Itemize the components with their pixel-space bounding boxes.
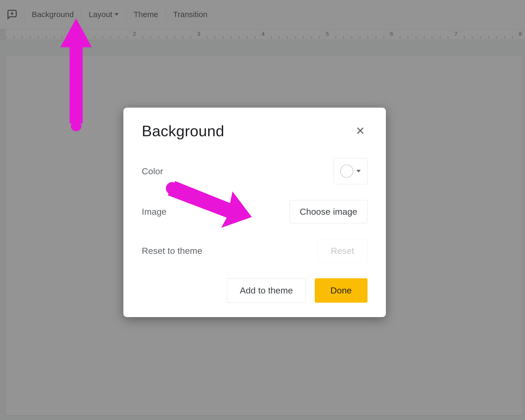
close-button[interactable]: ✕: [353, 124, 368, 138]
button-label: Add to theme: [240, 285, 293, 295]
background-dialog: Background ✕ Color Image Choose image Re…: [123, 108, 386, 317]
reset-button[interactable]: Reset: [317, 239, 368, 262]
chevron-down-icon: [356, 170, 361, 172]
reset-row-label: Reset to theme: [142, 246, 202, 256]
color-row-label: Color: [142, 166, 163, 176]
image-row-label: Image: [142, 207, 167, 217]
color-swatch-icon: [340, 165, 353, 178]
close-icon: ✕: [356, 125, 365, 137]
color-picker-button[interactable]: [333, 158, 368, 184]
done-button[interactable]: Done: [315, 278, 368, 303]
button-label: Choose image: [300, 207, 357, 217]
button-label: Reset: [331, 246, 354, 256]
choose-image-button[interactable]: Choose image: [290, 200, 368, 223]
button-label: Done: [330, 285, 352, 295]
dialog-title: Background: [142, 122, 224, 140]
add-to-theme-button[interactable]: Add to theme: [227, 278, 306, 303]
